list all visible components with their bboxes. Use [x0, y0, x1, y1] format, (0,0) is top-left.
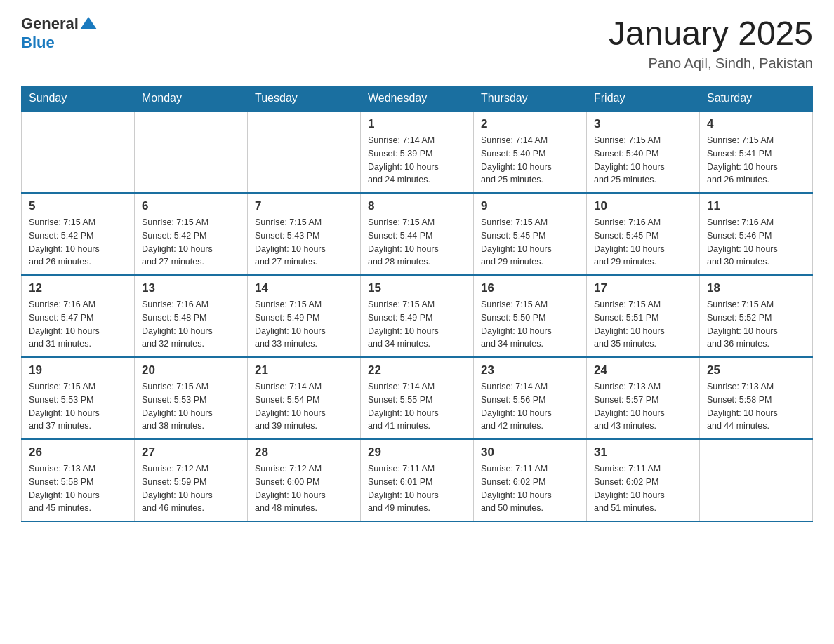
day-info: Sunrise: 7:14 AM Sunset: 5:39 PM Dayligh…	[368, 134, 466, 187]
calendar-cell: 28Sunrise: 7:12 AM Sunset: 6:00 PM Dayli…	[248, 439, 361, 521]
day-number: 29	[368, 445, 466, 459]
day-info: Sunrise: 7:14 AM Sunset: 5:55 PM Dayligh…	[368, 380, 466, 433]
day-number: 26	[29, 445, 127, 459]
day-info: Sunrise: 7:15 AM Sunset: 5:40 PM Dayligh…	[594, 134, 692, 187]
day-number: 27	[142, 445, 240, 459]
day-number: 11	[707, 199, 805, 213]
day-info: Sunrise: 7:15 AM Sunset: 5:49 PM Dayligh…	[255, 298, 353, 351]
calendar-cell: 9Sunrise: 7:15 AM Sunset: 5:45 PM Daylig…	[474, 193, 587, 275]
calendar-cell: 6Sunrise: 7:15 AM Sunset: 5:42 PM Daylig…	[135, 193, 248, 275]
day-number: 5	[29, 199, 127, 213]
calendar-cell: 7Sunrise: 7:15 AM Sunset: 5:43 PM Daylig…	[248, 193, 361, 275]
day-header-tuesday: Tuesday	[248, 86, 361, 112]
day-number: 19	[29, 363, 127, 377]
day-number: 2	[481, 117, 579, 131]
title-block: January 2025 Pano Aqil, Sindh, Pakistan	[609, 14, 813, 72]
day-number: 21	[255, 363, 353, 377]
day-info: Sunrise: 7:14 AM Sunset: 5:54 PM Dayligh…	[255, 380, 353, 433]
day-number: 22	[368, 363, 466, 377]
day-info: Sunrise: 7:12 AM Sunset: 5:59 PM Dayligh…	[142, 462, 240, 515]
month-title: January 2025	[609, 14, 813, 53]
day-number: 18	[707, 281, 805, 295]
calendar-cell: 30Sunrise: 7:11 AM Sunset: 6:02 PM Dayli…	[474, 439, 587, 521]
day-number: 20	[142, 363, 240, 377]
calendar-cell: 16Sunrise: 7:15 AM Sunset: 5:50 PM Dayli…	[474, 275, 587, 357]
calendar-cell: 27Sunrise: 7:12 AM Sunset: 5:59 PM Dayli…	[135, 439, 248, 521]
day-info: Sunrise: 7:15 AM Sunset: 5:45 PM Dayligh…	[481, 216, 579, 269]
day-info: Sunrise: 7:15 AM Sunset: 5:51 PM Dayligh…	[594, 298, 692, 351]
day-number: 31	[594, 445, 692, 459]
page-header: General Blue January 2025 Pano Aqil, Sin…	[21, 14, 813, 72]
calendar-cell	[700, 439, 813, 521]
calendar-cell: 23Sunrise: 7:14 AM Sunset: 5:56 PM Dayli…	[474, 357, 587, 439]
calendar-cell: 3Sunrise: 7:15 AM Sunset: 5:40 PM Daylig…	[587, 111, 700, 193]
day-number: 7	[255, 199, 353, 213]
calendar-cell: 22Sunrise: 7:14 AM Sunset: 5:55 PM Dayli…	[361, 357, 474, 439]
calendar-cell	[135, 111, 248, 193]
day-number: 3	[594, 117, 692, 131]
calendar-cell: 10Sunrise: 7:16 AM Sunset: 5:45 PM Dayli…	[587, 193, 700, 275]
day-info: Sunrise: 7:15 AM Sunset: 5:43 PM Dayligh…	[255, 216, 353, 269]
calendar-cell: 1Sunrise: 7:14 AM Sunset: 5:39 PM Daylig…	[361, 111, 474, 193]
day-info: Sunrise: 7:11 AM Sunset: 6:02 PM Dayligh…	[594, 462, 692, 515]
day-header-monday: Monday	[135, 86, 248, 112]
calendar-cell: 21Sunrise: 7:14 AM Sunset: 5:54 PM Dayli…	[248, 357, 361, 439]
calendar-cell: 11Sunrise: 7:16 AM Sunset: 5:46 PM Dayli…	[700, 193, 813, 275]
day-info: Sunrise: 7:13 AM Sunset: 5:57 PM Dayligh…	[594, 380, 692, 433]
day-number: 10	[594, 199, 692, 213]
calendar-cell: 15Sunrise: 7:15 AM Sunset: 5:49 PM Dayli…	[361, 275, 474, 357]
day-header-sunday: Sunday	[22, 86, 135, 112]
day-number: 14	[255, 281, 353, 295]
calendar-week-2: 5Sunrise: 7:15 AM Sunset: 5:42 PM Daylig…	[22, 193, 813, 275]
day-number: 25	[707, 363, 805, 377]
calendar-cell: 12Sunrise: 7:16 AM Sunset: 5:47 PM Dayli…	[22, 275, 135, 357]
calendar-table: SundayMondayTuesdayWednesdayThursdayFrid…	[21, 86, 813, 522]
calendar-cell: 8Sunrise: 7:15 AM Sunset: 5:44 PM Daylig…	[361, 193, 474, 275]
day-number: 8	[368, 199, 466, 213]
day-info: Sunrise: 7:16 AM Sunset: 5:47 PM Dayligh…	[29, 298, 127, 351]
day-number: 1	[368, 117, 466, 131]
calendar-cell: 19Sunrise: 7:15 AM Sunset: 5:53 PM Dayli…	[22, 357, 135, 439]
day-info: Sunrise: 7:15 AM Sunset: 5:53 PM Dayligh…	[29, 380, 127, 433]
day-info: Sunrise: 7:11 AM Sunset: 6:02 PM Dayligh…	[481, 462, 579, 515]
calendar-cell: 14Sunrise: 7:15 AM Sunset: 5:49 PM Dayli…	[248, 275, 361, 357]
calendar-cell: 29Sunrise: 7:11 AM Sunset: 6:01 PM Dayli…	[361, 439, 474, 521]
logo-general-text: General	[21, 15, 79, 33]
calendar-week-4: 19Sunrise: 7:15 AM Sunset: 5:53 PM Dayli…	[22, 357, 813, 439]
calendar-cell: 24Sunrise: 7:13 AM Sunset: 5:57 PM Dayli…	[587, 357, 700, 439]
day-number: 24	[594, 363, 692, 377]
day-info: Sunrise: 7:15 AM Sunset: 5:49 PM Dayligh…	[368, 298, 466, 351]
calendar-cell: 26Sunrise: 7:13 AM Sunset: 5:58 PM Dayli…	[22, 439, 135, 521]
day-info: Sunrise: 7:15 AM Sunset: 5:52 PM Dayligh…	[707, 298, 805, 351]
day-info: Sunrise: 7:13 AM Sunset: 5:58 PM Dayligh…	[707, 380, 805, 433]
day-number: 13	[142, 281, 240, 295]
calendar-cell: 25Sunrise: 7:13 AM Sunset: 5:58 PM Dayli…	[700, 357, 813, 439]
day-info: Sunrise: 7:15 AM Sunset: 5:50 PM Dayligh…	[481, 298, 579, 351]
calendar-header-row: SundayMondayTuesdayWednesdayThursdayFrid…	[22, 86, 813, 112]
calendar-cell: 17Sunrise: 7:15 AM Sunset: 5:51 PM Dayli…	[587, 275, 700, 357]
day-header-friday: Friday	[587, 86, 700, 112]
calendar-cell	[22, 111, 135, 193]
day-number: 15	[368, 281, 466, 295]
calendar-cell: 5Sunrise: 7:15 AM Sunset: 5:42 PM Daylig…	[22, 193, 135, 275]
location-title: Pano Aqil, Sindh, Pakistan	[609, 55, 813, 72]
day-info: Sunrise: 7:14 AM Sunset: 5:56 PM Dayligh…	[481, 380, 579, 433]
day-info: Sunrise: 7:15 AM Sunset: 5:41 PM Dayligh…	[707, 134, 805, 187]
calendar-cell: 2Sunrise: 7:14 AM Sunset: 5:40 PM Daylig…	[474, 111, 587, 193]
logo: General Blue	[21, 14, 98, 52]
day-info: Sunrise: 7:15 AM Sunset: 5:53 PM Dayligh…	[142, 380, 240, 433]
calendar-cell	[248, 111, 361, 193]
calendar-week-3: 12Sunrise: 7:16 AM Sunset: 5:47 PM Dayli…	[22, 275, 813, 357]
day-info: Sunrise: 7:14 AM Sunset: 5:40 PM Dayligh…	[481, 134, 579, 187]
logo-blue-text: Blue	[21, 34, 55, 52]
day-number: 23	[481, 363, 579, 377]
day-info: Sunrise: 7:12 AM Sunset: 6:00 PM Dayligh…	[255, 462, 353, 515]
day-number: 12	[29, 281, 127, 295]
day-info: Sunrise: 7:16 AM Sunset: 5:48 PM Dayligh…	[142, 298, 240, 351]
day-header-saturday: Saturday	[700, 86, 813, 112]
day-header-thursday: Thursday	[474, 86, 587, 112]
day-number: 4	[707, 117, 805, 131]
day-info: Sunrise: 7:15 AM Sunset: 5:42 PM Dayligh…	[142, 216, 240, 269]
day-info: Sunrise: 7:16 AM Sunset: 5:46 PM Dayligh…	[707, 216, 805, 269]
calendar-cell: 18Sunrise: 7:15 AM Sunset: 5:52 PM Dayli…	[700, 275, 813, 357]
